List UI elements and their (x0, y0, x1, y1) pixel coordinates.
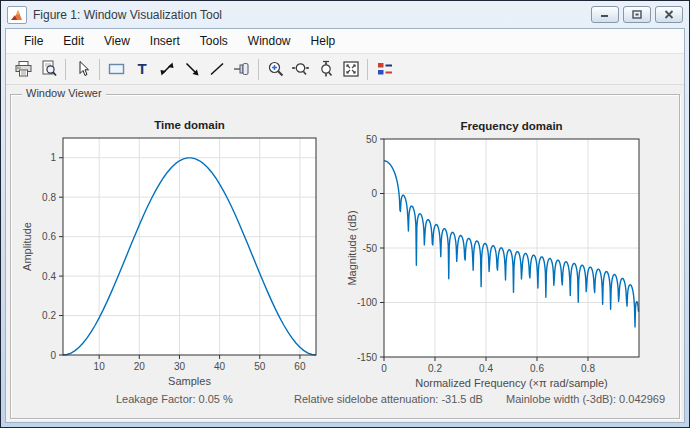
window-viewer-label: Window Viewer (22, 87, 106, 99)
svg-text:Normalized Frequency (×π rad/: Normalized Frequency (×π rad/sample) (415, 377, 608, 389)
legend-icon (376, 60, 394, 78)
leakage-factor-value: Leakage Factor: 0.05 % (116, 393, 233, 405)
single-arrow-icon (183, 60, 201, 78)
print-preview-button[interactable] (36, 57, 61, 82)
zoom-in-button[interactable] (263, 57, 288, 82)
minimize-button[interactable] (591, 6, 619, 23)
menubar: FileEditViewInsertToolsWindowHelp (6, 29, 684, 54)
svg-text:0.2: 0.2 (42, 310, 56, 321)
svg-text:0.4: 0.4 (42, 271, 56, 282)
line-icon (208, 60, 226, 78)
matlab-logo-icon (10, 9, 24, 21)
svg-text:50: 50 (254, 361, 266, 372)
svg-text:0.8: 0.8 (42, 192, 56, 203)
svg-text:0.2: 0.2 (428, 363, 442, 374)
figure-window: Figure 1: Window Visualization Tool (0, 0, 690, 428)
svg-text:Samples: Samples (168, 375, 211, 387)
print-preview-icon (40, 60, 58, 78)
svg-text:0.6: 0.6 (530, 363, 544, 374)
zoom-in-icon (267, 60, 285, 78)
menu-window[interactable]: Window (238, 30, 301, 52)
rectangle-button[interactable] (104, 57, 129, 82)
frequency-domain-chart[interactable]: 00.20.40.60.8500-50-100-150Frequency dom… (346, 118, 682, 390)
restore-icon (632, 10, 642, 19)
titlebar[interactable]: Figure 1: Window Visualization Tool (5, 1, 685, 28)
pointer-button[interactable] (70, 57, 95, 82)
toolbar-separator (99, 59, 100, 80)
single-arrow-button[interactable] (179, 57, 204, 82)
close-icon (664, 10, 674, 19)
toolbar-separator (65, 59, 66, 80)
svg-text:0.8: 0.8 (581, 363, 595, 374)
menu-file[interactable]: File (14, 30, 53, 52)
menu-view[interactable]: View (94, 30, 140, 52)
menu-help[interactable]: Help (301, 30, 346, 52)
svg-text:-150: -150 (357, 352, 377, 363)
rectangle-icon (107, 60, 126, 78)
menu-insert[interactable]: Insert (140, 30, 190, 52)
text-icon: T (133, 60, 151, 78)
pin-button[interactable] (229, 57, 254, 82)
svg-text:0.6: 0.6 (42, 231, 56, 242)
svg-text:20: 20 (134, 361, 146, 372)
toolbar-separator (258, 59, 259, 80)
svg-text:1: 1 (50, 152, 56, 163)
svg-text:Magnitude (dB): Magnitude (dB) (346, 210, 358, 285)
svg-text:0: 0 (50, 350, 56, 361)
zoom-x-button[interactable] (288, 57, 313, 82)
close-button[interactable] (655, 6, 683, 23)
fit-view-button[interactable] (338, 57, 363, 82)
svg-text:Time domain: Time domain (154, 119, 225, 131)
zoom-x-icon (291, 60, 310, 78)
svg-text:-100: -100 (357, 297, 377, 308)
svg-text:Amplitude: Amplitude (21, 222, 33, 271)
text-annotation-button[interactable]: T (129, 57, 154, 82)
pin-icon (232, 60, 251, 78)
double-arrow-icon (158, 60, 176, 78)
line-button[interactable] (204, 57, 229, 82)
svg-text:0: 0 (381, 363, 387, 374)
svg-text:60: 60 (294, 361, 306, 372)
menu-tools[interactable]: Tools (190, 30, 238, 52)
window-menu-button[interactable] (7, 6, 27, 24)
window-viewer-panel: Window Viewer 10203040506000.20.40.60.81… (10, 94, 680, 419)
svg-text:0: 0 (371, 188, 377, 199)
svg-text:40: 40 (214, 361, 226, 372)
pointer-icon (74, 60, 92, 78)
toolbar-separator (367, 59, 368, 80)
print-icon (14, 60, 33, 78)
svg-text:30: 30 (174, 361, 186, 372)
svg-text:50: 50 (366, 134, 378, 145)
minimize-icon (600, 10, 610, 19)
svg-text:0.4: 0.4 (479, 363, 493, 374)
zoom-y-button[interactable] (313, 57, 338, 82)
time-domain-chart[interactable]: 10203040506000.20.40.60.81Time domainSam… (11, 118, 341, 390)
sidelobe-attenuation-value: Relative sidelobe attenuation: -31.5 dB (294, 393, 483, 405)
svg-text:-50: -50 (363, 243, 378, 254)
print-button[interactable] (11, 57, 36, 82)
restore-button[interactable] (623, 6, 651, 23)
svg-text:10: 10 (94, 361, 106, 372)
legend-button[interactable] (372, 57, 397, 82)
window-title: Figure 1: Window Visualization Tool (33, 8, 222, 22)
mainlobe-width-value: Mainlobe width (-3dB): 0.042969 (506, 393, 665, 405)
toolbar: T (6, 54, 684, 85)
svg-text:T: T (137, 60, 146, 77)
menu-edit[interactable]: Edit (53, 30, 94, 52)
zoom-y-icon (317, 60, 335, 78)
figure-client-area: Window Viewer 10203040506000.20.40.60.81… (6, 85, 684, 422)
svg-text:Frequency domain: Frequency domain (460, 120, 562, 132)
double-arrow-button[interactable] (154, 57, 179, 82)
fit-view-icon (342, 60, 360, 78)
